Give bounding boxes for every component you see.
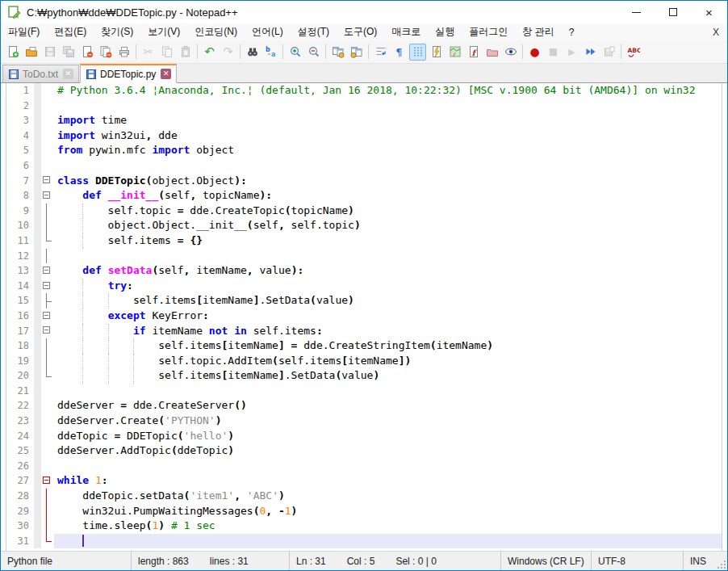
code-line[interactable]: time.sleep(1) # 1 sec [54,519,722,534]
code-line[interactable]: ddeTopic = DDETopic('hello') [54,429,722,444]
macro-save-icon[interactable] [600,44,617,61]
code-line[interactable]: self.items[itemName].SetData(value) [54,293,722,309]
print-icon[interactable] [115,44,132,61]
fold-margin[interactable] [41,188,54,204]
bookmark-margin[interactable] [34,504,41,519]
fold-margin[interactable] [41,368,54,384]
fold-margin[interactable] [41,143,54,158]
bookmark-margin[interactable] [34,324,41,339]
code-line[interactable]: win32ui.PumpWaitingMessages(0, -1) [54,504,722,519]
menu-item-8[interactable]: 매크로 [384,23,428,40]
show-all-characters-icon[interactable]: ¶ [391,44,408,61]
menu-item-4[interactable]: 인코딩(N) [187,23,245,40]
code-line[interactable] [54,534,722,549]
close-all-icon[interactable] [97,44,114,61]
fold-margin[interactable] [41,384,54,399]
macro-run-multiple-icon[interactable] [582,44,599,61]
line-number[interactable]: 23 [6,414,34,429]
word-wrap-icon[interactable] [372,44,389,61]
macro-play-icon[interactable]: ▶ [563,44,580,61]
bookmark-margin[interactable] [34,429,41,444]
code-line[interactable]: self.topic.AddItem(self.items[itemName]) [54,354,722,369]
bookmark-margin[interactable] [34,158,41,174]
line-number[interactable]: 15 [6,293,34,309]
resize-grip[interactable] [716,559,726,569]
copy-icon[interactable] [158,44,175,61]
bookmark-margin[interactable] [34,519,41,534]
line-number[interactable]: 13 [6,263,34,279]
fold-collapse-icon[interactable] [43,176,50,183]
bookmark-margin[interactable] [34,113,41,128]
menu-item-10[interactable]: 플러그인 [462,23,515,40]
user-defined-language-icon[interactable] [428,44,445,61]
fold-margin[interactable] [41,398,54,414]
code-line[interactable]: self.items[itemName] = dde.CreateStringI… [54,338,722,354]
code-line[interactable]: ddeServer.AddTopic(ddeTopic) [54,443,722,459]
code-line[interactable]: while 1: [54,473,722,489]
code-line[interactable]: from pywin.mfc import object [54,143,722,158]
open-file-icon[interactable] [23,44,40,61]
line-number[interactable]: 5 [6,143,34,158]
line-number[interactable]: 8 [6,188,34,204]
tab-close-icon[interactable]: ✕ [161,69,171,79]
status-cell-3[interactable]: Windows (CR LF) [501,552,592,570]
cut-icon[interactable]: ✂ [140,44,157,61]
fold-margin[interactable] [41,113,54,128]
line-number[interactable]: 24 [6,429,34,444]
line-number[interactable]: 7 [6,174,34,189]
bookmark-margin[interactable] [34,443,41,459]
line-number[interactable]: 26 [6,459,34,474]
code-line[interactable]: def __init__(self, topicName): [54,188,722,204]
bookmark-margin[interactable] [34,338,41,354]
line-number[interactable]: 11 [6,233,34,249]
code-line[interactable]: ddeServer = dde.CreateServer() [54,398,722,414]
line-number[interactable]: 1 [6,83,34,99]
save-all-icon[interactable] [60,44,77,61]
code-line[interactable] [54,158,722,174]
fold-margin[interactable] [41,414,54,429]
line-number[interactable]: 30 [6,519,34,534]
fold-margin[interactable] [41,263,54,279]
line-number[interactable]: 16 [6,309,34,324]
menu-item-0[interactable]: 파일(F) [1,23,47,40]
bookmark-margin[interactable] [34,263,41,279]
code-line[interactable]: object.Object.__init__(self, self.topic) [54,218,722,233]
fold-collapse-icon[interactable] [43,282,50,289]
code-line[interactable]: self.topic = dde.CreateTopic(topicName) [54,204,722,219]
sync-vertical-scroll-icon[interactable] [329,44,346,61]
bookmark-margin[interactable] [34,368,41,384]
menu-item-6[interactable]: 설정(T) [291,23,337,40]
line-number[interactable]: 19 [6,354,34,369]
code-line[interactable]: class DDETopic(object.Object): [54,174,722,189]
fold-margin[interactable] [41,459,54,474]
bookmark-margin[interactable] [34,233,41,249]
menu-item-11[interactable]: 창 관리 [515,23,561,40]
code-line[interactable]: ddeTopic.setData('item1', 'ABC') [54,489,722,504]
menu-item-2[interactable]: 찾기(S) [94,23,140,40]
fold-margin[interactable] [41,338,54,354]
fold-margin[interactable] [41,504,54,519]
monitoring-icon[interactable] [502,44,519,61]
status-cell-4[interactable]: UTF-8 [592,552,684,570]
line-number[interactable]: 21 [6,384,34,399]
fold-margin[interactable] [41,293,54,309]
bookmark-margin[interactable] [34,99,41,114]
bookmark-margin[interactable] [34,128,41,144]
sync-horizontal-scroll-icon[interactable] [348,44,365,61]
replace-icon[interactable]: ba [262,44,279,61]
menu-item-7[interactable]: 도구(O) [337,23,384,40]
code-line[interactable]: import time [54,113,722,128]
find-icon[interactable] [244,44,261,61]
line-number[interactable]: 6 [6,158,34,174]
code-line[interactable]: import win32ui, dde [54,128,722,144]
code-line[interactable] [54,249,722,264]
bookmark-margin[interactable] [34,398,41,414]
line-number[interactable]: 10 [6,218,34,233]
line-number[interactable]: 29 [6,504,34,519]
fold-margin[interactable] [41,519,54,534]
fold-margin[interactable] [41,429,54,444]
menu-item-3[interactable]: 보기(V) [140,23,187,40]
fold-margin[interactable] [41,473,54,489]
fold-margin[interactable] [41,233,54,249]
menu-item-12[interactable]: ? [562,25,582,40]
